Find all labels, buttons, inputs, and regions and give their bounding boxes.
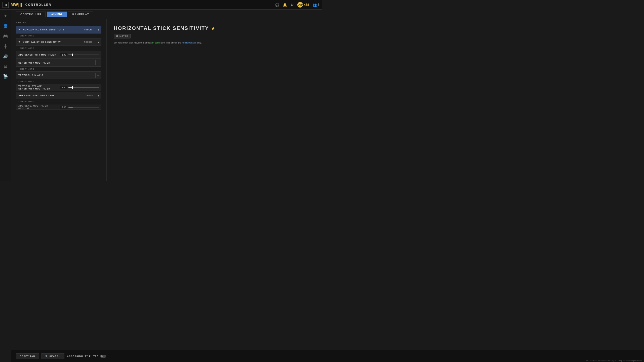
divider — [95, 73, 96, 78]
sidebar: ★ 👤 🎮 ╋ 🔊 ⊟ 📡 — [0, 10, 11, 181]
show-more-aim-response: └ SHOW MORE — [16, 100, 101, 104]
setting-value-aim-response: DYNAMIC — [84, 94, 96, 97]
show-more-btn-vertical[interactable]: SHOW MORE — [20, 47, 34, 50]
divider — [59, 52, 59, 57]
highlight-horizontal-axis: horizontal axis — [182, 41, 196, 44]
divider — [82, 27, 82, 32]
info-title: HORIZONTAL STICK SENSITIVITY ★ — [114, 25, 315, 31]
divider — [95, 60, 96, 65]
setting-vertical-stick-sensitivity[interactable]: ★ VERTICAL STICK SENSITIVITY 7 (HIGH) ▾ — [16, 38, 101, 46]
tactical-slider-value: 1.00 — [60, 86, 67, 89]
setting-ads-sens-focus[interactable]: ADS SENS. MULTIPLIER (FOCUS) 1.00 — [16, 105, 101, 110]
gear-icon[interactable]: ⚙ — [291, 3, 294, 7]
show-more-btn-sensitivity[interactable]: SHOW MORE — [20, 68, 34, 70]
ads-focus-slider-fill — [68, 107, 73, 108]
indent-icon: └ — [17, 34, 19, 37]
game-logo: MW||| — [11, 3, 22, 7]
friends-icon: 👥 — [312, 3, 317, 7]
dropdown-arrow-horizontal: ▾ — [98, 28, 99, 31]
section-title: AIMING — [16, 21, 101, 24]
setting-value-vertical: 7 (HIGH) — [84, 41, 96, 43]
tab-aiming[interactable]: AIMING — [47, 12, 67, 17]
tab-gameplay[interactable]: GAMEPLAY — [68, 12, 94, 17]
tab-controller[interactable]: CONTROLLER — [16, 12, 46, 17]
ads-focus-slider-value: 1.00 — [60, 106, 67, 109]
page-title: CONTROLLER — [25, 3, 51, 7]
sidebar-item-interface[interactable]: ⊟ — [1, 62, 10, 70]
tabs-bar: CONTROLLER AIMING GAMEPLAY — [11, 10, 322, 19]
friends-badge[interactable]: 👥 6 — [312, 3, 319, 7]
dropdown-arrow-vertical: ▾ — [98, 41, 99, 43]
divider — [59, 85, 59, 90]
grid-icon[interactable]: ⊞ — [268, 3, 271, 7]
sidebar-item-audio[interactable]: 🔊 — [1, 52, 10, 60]
setting-label-ads: ADS SENSITIVITY MULTIPLIER — [18, 54, 57, 56]
star-icon-vertical: ★ — [18, 41, 21, 43]
show-more-vertical: └ SHOW MORE — [16, 46, 101, 50]
content-area: AIMING ★ HORIZONTAL STICK SENSITIVITY 7 … — [11, 19, 322, 181]
main: CONTROLLER AIMING GAMEPLAY AIMING ★ HORI… — [11, 10, 322, 181]
sidebar-item-favorites[interactable]: ★ — [1, 12, 10, 20]
topbar: ◀ MW||| CONTROLLER ⊞ 🎧 🔔 ⚙ COD 458 👥 6 — [0, 0, 322, 10]
setting-tactical-stance[interactable]: TACTICAL STANCE SENSITIVITY MULTIPLIER 1… — [16, 84, 101, 91]
coins-badge: COD 458 — [297, 2, 309, 8]
divider — [82, 93, 82, 98]
dropdown-arrow-aim-response: ▾ — [98, 94, 99, 97]
setting-label-horizontal: ★ HORIZONTAL STICK SENSITIVITY — [18, 28, 80, 31]
topbar-right: ⊞ 🎧 🔔 ⚙ COD 458 👥 6 — [268, 2, 319, 8]
setting-horizontal-stick-sensitivity[interactable]: ★ HORIZONTAL STICK SENSITIVITY 7 (HIGH) … — [16, 26, 101, 33]
show-more-btn-aim-response[interactable]: SHOW MORE — [20, 101, 34, 103]
friends-count: 6 — [318, 3, 319, 7]
back-button[interactable]: ◀ — [3, 2, 9, 8]
divider — [82, 39, 82, 44]
ads-slider-container: 1.00 — [60, 53, 99, 56]
topbar-left: ◀ MW||| CONTROLLER — [3, 2, 51, 8]
bell-icon[interactable]: 🔔 — [283, 3, 287, 7]
show-more-btn-vertical-aim[interactable]: SHOW MORE — [20, 80, 34, 83]
info-star-icon: ★ — [211, 26, 216, 31]
coins-count: 458 — [304, 3, 309, 7]
setting-aim-response-curve[interactable]: AIM RESPONSE CURVE TYPE DYNAMIC ▾ — [16, 92, 101, 99]
indent-icon: └ — [17, 47, 19, 50]
setting-label-aim-response: AIM RESPONSE CURVE TYPE — [18, 94, 80, 97]
sidebar-item-profile[interactable]: 👤 — [1, 22, 10, 30]
setting-label-tactical: TACTICAL STANCE SENSITIVITY MULTIPLIER — [18, 85, 57, 90]
setting-label-vertical: ★ VERTICAL STICK SENSITIVITY — [18, 41, 80, 43]
headset-icon[interactable]: 🎧 — [275, 3, 279, 7]
show-more-sensitivity: └ SHOW MORE — [16, 67, 101, 71]
info-panel: HORIZONTAL STICK SENSITIVITY ★ ⚙ MOTOR S… — [107, 19, 322, 181]
expand-icon-vertical-aim: + — [97, 73, 99, 77]
setting-label-vertical-aim: VERTICAL AIM AXIS — [18, 74, 94, 76]
indent-icon: └ — [17, 100, 19, 103]
tactical-slider-track[interactable] — [68, 87, 99, 88]
setting-sensitivity-multiplier[interactable]: SENSITIVITY MULTIPLIER + — [16, 59, 101, 67]
motor-icon: ⚙ — [116, 35, 118, 37]
setting-label-sensitivity-mult: SENSITIVITY MULTIPLIER — [18, 62, 94, 64]
indent-icon: └ — [17, 80, 19, 83]
show-more-vertical-aim: └ SHOW MORE — [16, 79, 101, 83]
layout: ★ 👤 🎮 ╋ 🔊 ⊟ 📡 CONTROLLER AIMING GAMEPLAY… — [0, 10, 322, 181]
tactical-slider-thumb — [72, 86, 73, 89]
sidebar-item-crosshair[interactable]: ╋ — [1, 42, 10, 50]
info-description: Set how much stick movement affects in-g… — [114, 41, 204, 44]
setting-vertical-aim-axis[interactable]: VERTICAL AIM AXIS + — [16, 71, 101, 79]
ads-slider-thumb — [72, 54, 73, 56]
expand-icon-sensitivity: + — [97, 61, 99, 65]
settings-panel: AIMING ★ HORIZONTAL STICK SENSITIVITY 7 … — [11, 19, 107, 181]
ads-slider-value: 1.00 — [60, 53, 67, 56]
setting-label-ads-focus: ADS SENS. MULTIPLIER (FOCUS) — [18, 105, 57, 110]
ads-focus-slider-container: 1.00 — [60, 106, 99, 109]
tactical-slider-container: 1.00 — [60, 86, 99, 89]
divider — [59, 105, 59, 110]
highlight-ingame: in-game — [152, 41, 160, 44]
show-more-horizontal: └ SHOW MORE — [16, 34, 101, 38]
star-icon-horizontal: ★ — [18, 28, 21, 31]
sidebar-item-controller[interactable]: 🎮 — [1, 32, 10, 40]
sidebar-item-network[interactable]: 📡 — [1, 72, 10, 80]
show-more-btn-horizontal[interactable]: SHOW MORE — [20, 35, 34, 37]
indent-icon: └ — [17, 68, 19, 70]
motor-badge: ⚙ MOTOR — [114, 34, 131, 38]
ads-slider-track[interactable] — [68, 55, 99, 55]
ads-focus-slider-track[interactable] — [68, 107, 99, 108]
setting-ads-sensitivity[interactable]: ADS SENSITIVITY MULTIPLIER 1.00 — [16, 51, 101, 59]
